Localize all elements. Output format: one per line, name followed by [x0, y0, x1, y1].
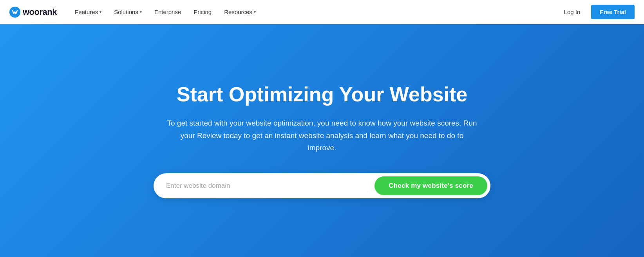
nav-pricing-label: Pricing	[194, 9, 212, 15]
navbar-actions: Log In Free Trial	[558, 5, 635, 19]
navbar-nav: Features ▾ Solutions ▾ Enterprise Pricin…	[69, 5, 558, 18]
nav-resources[interactable]: Resources ▾	[219, 5, 261, 18]
navbar: woorank Features ▾ Solutions ▾ Enterpris…	[0, 0, 644, 24]
hero-title: Start Optimizing Your Website	[177, 83, 468, 106]
nav-resources-label: Resources	[224, 9, 252, 15]
hero-subtitle: To get started with your website optimiz…	[165, 117, 479, 154]
chevron-down-icon: ▾	[140, 10, 142, 14]
nav-enterprise-label: Enterprise	[154, 9, 181, 15]
chevron-down-icon: ▾	[254, 10, 256, 14]
search-divider	[368, 179, 368, 193]
nav-features[interactable]: Features ▾	[69, 5, 107, 18]
hero-section: Start Optimizing Your Website To get sta…	[0, 24, 644, 257]
nav-solutions[interactable]: Solutions ▾	[109, 5, 147, 18]
nav-solutions-label: Solutions	[114, 9, 138, 15]
woorank-logo-icon	[9, 7, 20, 18]
nav-features-label: Features	[75, 9, 98, 15]
check-score-button[interactable]: Check my website's score	[374, 176, 487, 195]
nav-pricing[interactable]: Pricing	[188, 5, 217, 18]
logo-text: woorank	[23, 7, 57, 17]
login-button[interactable]: Log In	[558, 5, 587, 18]
free-trial-button[interactable]: Free Trial	[591, 5, 635, 19]
website-domain-input[interactable]	[166, 178, 362, 194]
chevron-down-icon: ▾	[99, 10, 101, 14]
nav-enterprise[interactable]: Enterprise	[149, 5, 186, 18]
search-box: Check my website's score	[154, 173, 490, 198]
logo[interactable]: woorank	[9, 7, 57, 18]
